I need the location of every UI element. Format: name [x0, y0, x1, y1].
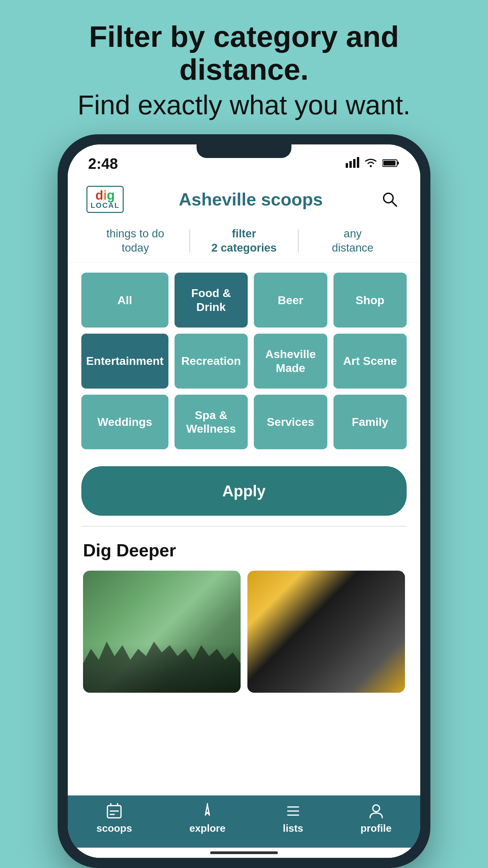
home-indicator: [68, 848, 420, 858]
dig-deeper-section: Dig Deeper: [68, 527, 420, 795]
svg-rect-3: [357, 157, 359, 168]
category-food-drink[interactable]: Food &Drink: [175, 273, 248, 328]
filter-tabs: things to dotoday filter2 categories any…: [68, 220, 420, 263]
app-title: Asheville scoops: [179, 189, 323, 210]
home-bar: [210, 851, 278, 854]
app-title-plain: Asheville: [179, 190, 261, 209]
app-title-bold: scoops: [261, 190, 323, 209]
nav-scoops[interactable]: scoops: [97, 802, 132, 834]
logo-letter-i: i: [103, 189, 107, 202]
app-header: d i g LOCAL Asheville scoops: [68, 176, 420, 220]
logo-letter-g: g: [107, 189, 115, 202]
search-button[interactable]: [378, 188, 402, 211]
category-entertainment[interactable]: Entertainment: [81, 334, 168, 389]
apply-section: Apply: [68, 459, 420, 526]
card-crowd-overlay: [83, 619, 241, 693]
logo-local-text: LOCAL: [90, 202, 120, 209]
category-services[interactable]: Services: [254, 395, 327, 450]
tab-things-to-do[interactable]: things to dotoday: [81, 226, 189, 256]
tab-any-distance[interactable]: anydistance: [299, 226, 407, 256]
wifi-icon: [364, 156, 378, 171]
category-art-scene[interactable]: Art Scene: [333, 334, 407, 389]
tab-filter-categories[interactable]: filter2 categories: [190, 226, 298, 256]
apply-button[interactable]: Apply: [81, 466, 407, 516]
category-shop[interactable]: Shop: [333, 273, 407, 328]
category-beer[interactable]: Beer: [254, 273, 327, 328]
battery-icon: [382, 156, 400, 171]
svg-rect-10: [107, 806, 121, 818]
page-subheadline: Find exactly what you want.: [27, 90, 461, 121]
nav-explore[interactable]: explore: [189, 802, 226, 834]
svg-rect-6: [397, 162, 399, 164]
signal-icon: [346, 156, 359, 171]
svg-rect-7: [383, 161, 395, 165]
category-asheville-made[interactable]: AshevilleMade: [254, 334, 327, 389]
phone-frame: 2:48: [58, 134, 430, 868]
nav-scoops-label: scoops: [97, 823, 132, 834]
status-icons: [346, 156, 400, 171]
dig-deeper-title: Dig Deeper: [83, 540, 405, 560]
category-family[interactable]: Family: [333, 395, 407, 450]
status-time: 2:48: [88, 155, 118, 172]
svg-rect-1: [349, 161, 352, 168]
bottom-nav: scoops explore lists: [68, 795, 420, 848]
dig-card-1[interactable]: [83, 571, 241, 693]
category-all[interactable]: All: [81, 273, 168, 328]
categories-grid: All Food &Drink Beer Shop Entertainment …: [81, 273, 407, 449]
logo-letter-d: d: [96, 189, 103, 202]
phone-screen: 2:48: [68, 144, 420, 858]
nav-lists[interactable]: lists: [283, 802, 303, 834]
nav-profile-label: profile: [361, 823, 392, 834]
category-recreation[interactable]: Recreation: [175, 334, 248, 389]
nav-explore-label: explore: [189, 823, 226, 834]
svg-point-20: [373, 805, 380, 812]
category-spa-wellness[interactable]: Spa &Wellness: [175, 395, 248, 450]
category-weddings[interactable]: Weddings: [81, 395, 168, 450]
page-headline: Filter by category and distance.: [27, 20, 461, 86]
app-logo: d i g LOCAL: [86, 186, 124, 213]
svg-point-4: [370, 165, 372, 167]
svg-line-9: [392, 201, 396, 206]
dig-deeper-cards: [83, 571, 405, 693]
nav-profile[interactable]: profile: [361, 802, 392, 834]
phone-notch: [197, 144, 291, 158]
dig-card-2[interactable]: [247, 571, 405, 693]
categories-section: All Food &Drink Beer Shop Entertainment …: [68, 262, 420, 459]
svg-rect-2: [353, 159, 355, 168]
page-header: Filter by category and distance. Find ex…: [0, 0, 488, 134]
svg-rect-0: [346, 163, 348, 168]
nav-lists-label: lists: [283, 823, 303, 834]
